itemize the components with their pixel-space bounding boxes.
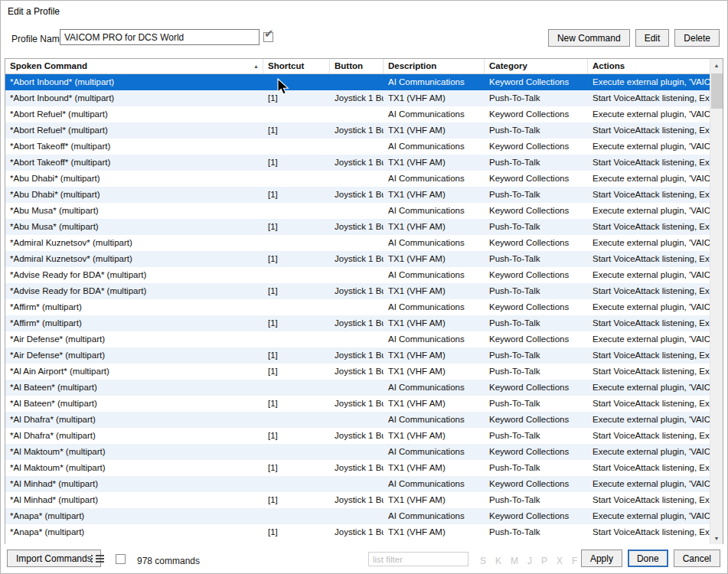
cell-spoken-command: *Al Bateen* (multipart) bbox=[5, 380, 263, 396]
cell-actions: Start VoiceAttack listening, Exec... bbox=[588, 251, 710, 267]
cell-category: Keyword Collections bbox=[485, 331, 588, 347]
cell-description: AI Communications bbox=[384, 235, 485, 251]
cell-button: Joystick 1 But... bbox=[330, 315, 384, 331]
edit-button[interactable]: Edit bbox=[635, 29, 670, 47]
cell-shortcut: [1] bbox=[263, 219, 330, 235]
filter-letter-j[interactable]: J bbox=[527, 556, 532, 566]
cell-category: Keyword Collections bbox=[485, 380, 588, 396]
table-row[interactable]: *Abort Takeoff* (multipart) AI Communica… bbox=[5, 139, 710, 155]
cell-actions: Execute external plugin, 'VAICO... bbox=[588, 235, 710, 251]
table-row[interactable]: *Al Minhad* (multipart) [1] Joystick 1 B… bbox=[5, 492, 710, 508]
table-row[interactable]: *Anapa* (multipart) [1] Joystick 1 But..… bbox=[5, 524, 710, 540]
list-filter-input[interactable] bbox=[368, 552, 468, 566]
cell-description: TX1 (VHF AM) bbox=[384, 283, 485, 299]
table-row[interactable]: *Admiral Kuznetsov* (multipart) AI Commu… bbox=[5, 235, 710, 251]
table-row[interactable]: *Abu Musa* (multipart) AI Communications… bbox=[5, 203, 710, 219]
table-row[interactable]: *Al Ain Airport* (multipart) [1] Joystic… bbox=[5, 364, 710, 380]
column-header-actions[interactable]: Actions bbox=[588, 59, 710, 73]
scroll-up-button[interactable]: ▲ bbox=[710, 59, 723, 72]
cancel-button[interactable]: Cancel bbox=[674, 550, 720, 567]
cell-description: AI Communications bbox=[384, 508, 485, 524]
table-row[interactable]: *Advise Ready for BDA* (multipart) AI Co… bbox=[5, 267, 710, 283]
cell-category: Push-To-Talk bbox=[485, 524, 588, 540]
table-row[interactable]: *Al Maktoum* (multipart) [1] Joystick 1 … bbox=[5, 460, 710, 476]
table-row[interactable]: *Affirm* (multipart) AI Communications K… bbox=[5, 299, 710, 315]
table-row[interactable]: *Abort Inbound* (multipart) AI Communica… bbox=[5, 74, 710, 90]
table-row[interactable]: *Abort Takeoff* (multipart) [1] Joystick… bbox=[5, 155, 710, 171]
cell-shortcut: [1] bbox=[263, 364, 330, 380]
cell-actions: Execute external plugin, 'VAICO... bbox=[588, 476, 710, 492]
cell-category: Push-To-Talk bbox=[485, 219, 588, 235]
cell-category: Push-To-Talk bbox=[485, 251, 588, 267]
cell-category: Push-To-Talk bbox=[485, 492, 588, 508]
table-row[interactable]: *Abu Musa* (multipart) [1] Joystick 1 Bu… bbox=[5, 219, 710, 235]
table-row[interactable]: *Al Dhafra* (multipart) [1] Joystick 1 B… bbox=[5, 428, 710, 444]
cell-description: TX1 (VHF AM) bbox=[384, 122, 485, 139]
table-row[interactable]: *Abort Inbound* (multipart) [1] Joystick… bbox=[5, 90, 710, 106]
profile-header: Profile Name ✔ New Command Edit Delete bbox=[1, 21, 727, 58]
import-commands-button[interactable]: Import Commands bbox=[7, 550, 101, 567]
table-row[interactable]: *Al Maktoum* (multipart) AI Communicatio… bbox=[5, 444, 710, 460]
cell-spoken-command: *Air Defense* (multipart) bbox=[5, 347, 263, 364]
show-derived-commands-checkbox[interactable] bbox=[116, 554, 126, 564]
scroll-down-button[interactable]: ▼ bbox=[710, 532, 723, 545]
table-row[interactable]: *Advise Ready for BDA* (multipart) [1] J… bbox=[5, 283, 710, 299]
column-header-spoken-command[interactable]: ▲ Spoken Command bbox=[5, 59, 263, 73]
new-command-button[interactable]: New Command bbox=[548, 29, 630, 47]
cell-shortcut: [1] bbox=[263, 155, 330, 171]
filter-letter-x[interactable]: X bbox=[557, 556, 563, 566]
cell-actions: Start VoiceAttack listening, Exec... bbox=[588, 90, 710, 106]
column-header-description[interactable]: Description bbox=[384, 59, 485, 73]
table-row[interactable]: *Anapa* (multipart) AI Communications Ke… bbox=[5, 508, 710, 524]
cell-spoken-command: *Admiral Kuznetsov* (multipart) bbox=[5, 235, 263, 251]
cell-actions: Start VoiceAttack listening, Exec... bbox=[588, 155, 710, 171]
profile-enabled-checkbox[interactable]: ✔ bbox=[263, 30, 279, 45]
filter-letter-m[interactable]: M bbox=[511, 556, 518, 566]
filter-letter-f[interactable]: F bbox=[572, 556, 577, 566]
filter-letter-p[interactable]: P bbox=[541, 556, 547, 566]
cell-button bbox=[330, 139, 384, 155]
cell-shortcut: [1] bbox=[263, 315, 330, 331]
column-header-button[interactable]: Button bbox=[330, 59, 384, 73]
cell-actions: Start VoiceAttack listening, Exec... bbox=[588, 524, 710, 540]
table-row[interactable]: *Al Bateen* (multipart) [1] Joystick 1 B… bbox=[5, 396, 710, 412]
table-row[interactable]: *Abort Refuel* (multipart) [1] Joystick … bbox=[5, 122, 710, 139]
table-row[interactable]: *Air Defense* (multipart) AI Communicati… bbox=[5, 331, 710, 347]
table-row[interactable]: *Al Bateen* (multipart) AI Communication… bbox=[5, 380, 710, 396]
column-header-label: Button bbox=[335, 61, 363, 70]
cell-actions: Execute external plugin, 'VAICO... bbox=[588, 508, 710, 524]
cell-shortcut bbox=[263, 476, 330, 492]
table-row[interactable]: *Air Defense* (multipart) [1] Joystick 1… bbox=[5, 347, 710, 364]
table-row[interactable]: *Affirm* (multipart) [1] Joystick 1 But.… bbox=[5, 315, 710, 331]
filter-letter-k[interactable]: K bbox=[495, 556, 501, 566]
table-row[interactable]: *Al Dhafra* (multipart) AI Communication… bbox=[5, 412, 710, 428]
cell-description: TX1 (VHF AM) bbox=[384, 492, 485, 508]
cell-category: Keyword Collections bbox=[485, 508, 588, 524]
table-row[interactable]: *Al Minhad* (multipart) AI Communication… bbox=[5, 476, 710, 492]
delete-button[interactable]: Delete bbox=[674, 29, 720, 47]
cell-category: Push-To-Talk bbox=[485, 428, 588, 444]
column-header-category[interactable]: Category bbox=[485, 59, 588, 73]
cell-shortcut bbox=[263, 171, 330, 187]
cell-description: AI Communications bbox=[384, 74, 485, 90]
filter-letter-s[interactable]: S bbox=[480, 556, 486, 566]
apply-button[interactable]: Apply bbox=[581, 550, 622, 567]
cell-shortcut bbox=[263, 203, 330, 219]
cell-shortcut: [1] bbox=[263, 396, 330, 412]
cell-category: Keyword Collections bbox=[485, 106, 588, 122]
list-view-icon[interactable] bbox=[91, 555, 104, 564]
table-row[interactable]: *Admiral Kuznetsov* (multipart) [1] Joys… bbox=[5, 251, 710, 267]
table-row[interactable]: *Abort Refuel* (multipart) AI Communicat… bbox=[5, 106, 710, 122]
done-button[interactable]: Done bbox=[628, 550, 668, 567]
cell-spoken-command: *Abort Takeoff* (multipart) bbox=[5, 155, 263, 171]
profile-name-input[interactable] bbox=[60, 29, 260, 45]
cell-spoken-command: *Al Maktoum* (multipart) bbox=[5, 444, 263, 460]
scrollbar-thumb[interactable] bbox=[711, 73, 723, 109]
cell-actions: Start VoiceAttack listening, Exec... bbox=[588, 364, 710, 380]
cell-actions: Start VoiceAttack listening, Exec... bbox=[588, 122, 710, 139]
cell-description: AI Communications bbox=[384, 380, 485, 396]
vertical-scrollbar[interactable]: ▲ ▼ bbox=[710, 59, 723, 545]
table-row[interactable]: *Abu Dhabi* (multipart) AI Communication… bbox=[5, 171, 710, 187]
column-header-shortcut[interactable]: Shortcut bbox=[263, 59, 330, 73]
table-row[interactable]: *Abu Dhabi* (multipart) [1] Joystick 1 B… bbox=[5, 187, 710, 203]
